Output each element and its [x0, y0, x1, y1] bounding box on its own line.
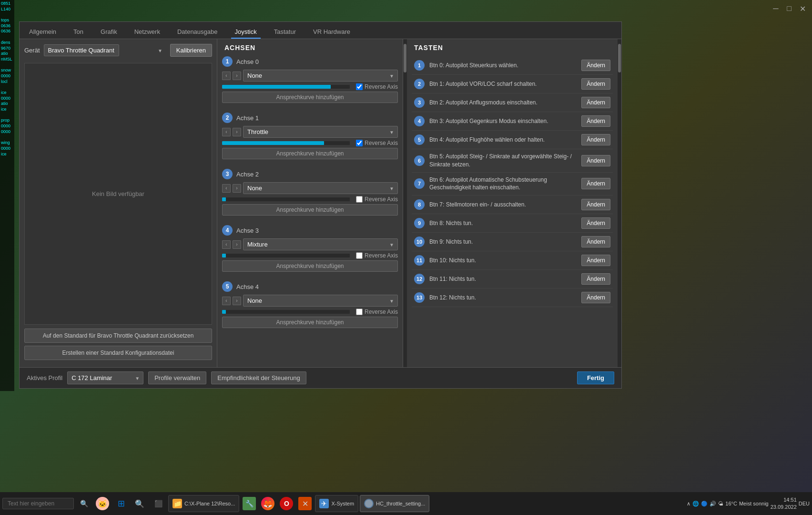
tab-grafik[interactable]: Grafik [97, 26, 121, 39]
axis-2-select[interactable]: None [243, 182, 398, 194]
btn-9-aendern[interactable]: Ändern [581, 236, 610, 247]
reset-button[interactable]: Auf den Standard für Bravo Throttle Quad… [24, 329, 212, 343]
minimize-button[interactable]: ─ [771, 4, 781, 13]
axis-2-reverse-row: Reverse Axis [356, 196, 398, 203]
btn-7-aendern[interactable]: Ändern [581, 199, 610, 210]
btn-10-aendern[interactable]: Ändern [581, 255, 610, 266]
axis-0-curve-btn[interactable]: Ansprechkurve hinzufügen [222, 92, 398, 103]
device-select-wrapper: Bravo Throttle Quadrant [44, 44, 166, 56]
axis-4-curve-btn[interactable]: Ansprechkurve hinzufügen [222, 317, 398, 328]
taskbar-addon-icon[interactable]: 🔧 [241, 495, 258, 512]
axis-0-reverse-checkbox[interactable] [356, 83, 363, 90]
taskbar-firefox-icon[interactable]: 🦊 [259, 495, 276, 512]
axes-scroll-thumb[interactable] [404, 44, 406, 72]
device-select[interactable]: Bravo Throttle Quadrant [44, 44, 119, 56]
hc-throttle-icon [364, 499, 374, 508]
taskbar-search-icon[interactable]: 🔍 [75, 495, 92, 512]
taskbar-search[interactable] [2, 498, 74, 509]
sensitivity-button[interactable]: Empfindlichkeit der Steuerung [211, 371, 306, 384]
axes-scroll[interactable]: 1 Achse 0 ‹ › None [217, 56, 403, 367]
tab-vr-hardware[interactable]: VR Hardware [309, 26, 354, 39]
hc-throttle-label: HC_throttle_setting... [376, 501, 425, 506]
axis-2-title-row: 3 Achse 2 [222, 169, 398, 179]
taskbar-user-icon[interactable]: 🐱 [94, 495, 111, 512]
axis-1-bar-fill [222, 141, 324, 145]
btn-11-aendern[interactable]: Ändern [581, 273, 610, 285]
tab-netzwerk[interactable]: Netzwerk [131, 26, 164, 39]
axis-0-select[interactable]: None [243, 70, 398, 82]
tab-joystick[interactable]: Joystick [231, 26, 261, 39]
axis-2-prev[interactable]: ‹ [222, 184, 231, 193]
axis-3-reverse-checkbox[interactable] [356, 252, 363, 259]
tab-tastatur[interactable]: Tastatur [270, 26, 300, 39]
btn-12-aendern[interactable]: Ändern [581, 292, 610, 303]
systray-time-block[interactable]: 14:51 23.09.2022 [771, 496, 797, 511]
taskbar-explorer[interactable]: 📁 C:\X-Plane 12\Reso... [168, 495, 239, 512]
close-button[interactable]: ✕ [798, 4, 807, 13]
tab-ton[interactable]: Ton [70, 26, 87, 39]
taskbar-start-icon[interactable]: ⊞ [112, 495, 130, 512]
axis-0-prev[interactable]: ‹ [222, 72, 231, 80]
axis-item-2: 3 Achse 2 ‹ › None [222, 169, 398, 216]
btn-8-aendern[interactable]: Ändern [581, 217, 610, 229]
axis-2-next[interactable]: › [233, 184, 241, 193]
axis-2-curve-btn[interactable]: Ansprechkurve hinzufügen [222, 204, 398, 216]
axis-3-next[interactable]: › [233, 240, 241, 249]
axis-4-prev[interactable]: ‹ [222, 297, 231, 305]
axis-3-bar-fill [222, 254, 226, 258]
axis-3-curve-btn[interactable]: Ansprechkurve hinzufügen [222, 260, 398, 272]
buttons-scroll[interactable]: 1 Btn 0: Autopilot Steuerkurs wählen. Än… [407, 56, 618, 367]
left-overlay-text: 0851L140tops06360636dens9670ationMSLsnow… [0, 0, 14, 158]
btn-5-aendern[interactable]: Ändern [581, 155, 610, 166]
axis-4-next[interactable]: › [233, 297, 241, 305]
buttons-scrollbar[interactable] [618, 39, 621, 367]
taskbar-task-view[interactable]: ⬛ [150, 495, 167, 512]
axis-2-reverse-label: Reverse Axis [365, 196, 398, 203]
btn-3-aendern[interactable]: Ändern [581, 115, 610, 127]
btn-1-aendern[interactable]: Ändern [581, 78, 610, 90]
axis-4-reverse-checkbox[interactable] [356, 309, 363, 315]
axis-4-badge: 5 [222, 281, 233, 292]
btn-4-desc: Btn 4: Autopilot Flughöhe wählen oder ha… [429, 136, 577, 144]
config-button[interactable]: Erstellen einer Standard Konfigurationsd… [24, 346, 212, 360]
taskbar-hc-throttle[interactable]: HC_throttle_setting... [360, 495, 429, 512]
taskbar: 🔍 🐱 ⊞ 🔍 ⬛ 📁 C:\X-Plane 12\Reso... 🔧 🦊 O … [0, 492, 812, 515]
button-item-11: 12 Btn 11: Nichts tun. Ändern [412, 270, 613, 288]
axis-3-select[interactable]: Mixture [243, 238, 398, 250]
manage-profiles-button[interactable]: Profile verwalten [148, 371, 206, 384]
axis-1-reverse-checkbox[interactable] [356, 140, 363, 146]
axis-3-prev[interactable]: ‹ [222, 240, 231, 249]
btn-2-aendern[interactable]: Ändern [581, 97, 610, 108]
left-overlay-panel: 0851L140tops06360636dens9670ationMSLsnow… [0, 0, 14, 391]
taskbar-search-btn[interactable]: 🔍 [131, 495, 148, 512]
calibrate-button[interactable]: Kalibrieren [170, 44, 212, 57]
axis-0-next[interactable]: › [233, 72, 241, 80]
axis-1-curve-btn[interactable]: Ansprechkurve hinzufügen [222, 148, 398, 159]
done-button[interactable]: Fertig [577, 371, 614, 384]
axis-1-next[interactable]: › [233, 128, 241, 136]
buttons-scroll-thumb[interactable] [618, 44, 621, 72]
axes-scrollbar[interactable] [403, 39, 407, 367]
btn-0-aendern[interactable]: Ändern [581, 60, 610, 71]
taskbar-xplane-icon[interactable]: ✕ [296, 495, 314, 512]
axis-item-4: 5 Achse 4 ‹ › None [222, 281, 398, 328]
tab-datenausgabe[interactable]: Datenausgabe [173, 26, 222, 39]
axis-4-select[interactable]: None [243, 295, 398, 307]
taskbar-opera-icon[interactable]: O [278, 495, 295, 512]
maximize-button[interactable]: □ [784, 4, 794, 13]
tab-allgemein[interactable]: Allgemein [25, 26, 60, 39]
axis-1-prev[interactable]: ‹ [222, 128, 231, 136]
xsystem-icon: ✈ [319, 499, 329, 508]
profile-select[interactable]: C 172 Laminar [67, 371, 143, 384]
axis-2-reverse-checkbox[interactable] [356, 196, 363, 203]
btn-4-aendern[interactable]: Ändern [581, 134, 610, 145]
btn-6-aendern[interactable]: Ändern [581, 178, 610, 189]
systray-network-icon: 🌐 [692, 501, 699, 507]
taskbar-xsystem[interactable]: ✈ X-System [315, 495, 358, 512]
axis-1-select[interactable]: Throttle [243, 126, 398, 138]
systray-arrow[interactable]: ∧ [687, 501, 690, 507]
sidebar-bottom-buttons: Auf den Standard für Bravo Throttle Quad… [24, 329, 212, 362]
button-item-10: 11 Btn 10: Nichts tun. Ändern [412, 251, 613, 270]
btn-5-badge: 6 [414, 155, 425, 166]
systray-speaker-icon[interactable]: 🔊 [710, 501, 716, 507]
